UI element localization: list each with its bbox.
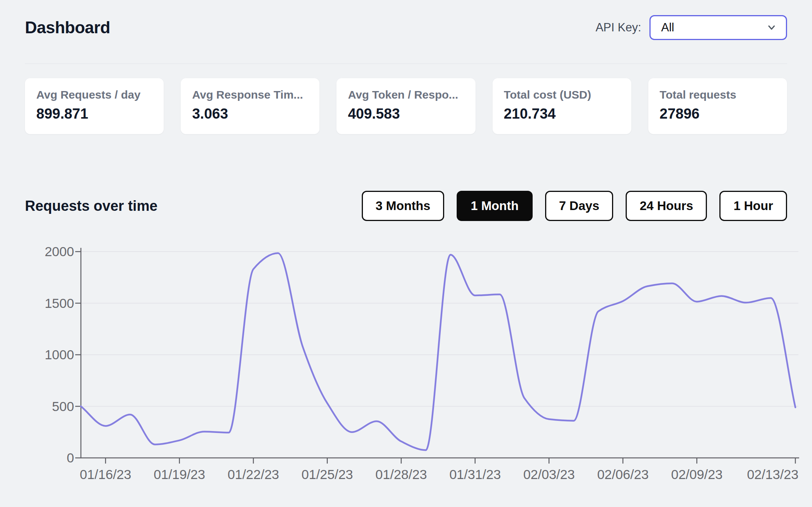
stat-card-total-requests: Total requests 27896 <box>648 78 787 134</box>
range-button-1-hour[interactable]: 1 Hour <box>719 191 787 221</box>
stat-card-avg-response-time: Avg Response Tim... 3.063 <box>181 78 319 134</box>
api-key-selected-value: All <box>661 21 674 34</box>
x-axis-tick-label: 01/25/23 <box>302 467 353 482</box>
x-axis-tick-label: 01/16/23 <box>80 467 131 482</box>
x-axis-tick-label: 02/09/23 <box>671 467 722 482</box>
api-key-control: API Key: All <box>595 15 787 40</box>
api-key-label: API Key: <box>595 21 641 34</box>
requests-line-series <box>81 253 795 450</box>
stat-card-total-cost: Total cost (USD) 210.734 <box>493 78 631 134</box>
stat-value: 27896 <box>660 106 776 122</box>
stat-card-avg-requests: Avg Requests / day 899.871 <box>25 78 164 134</box>
page-header: Dashboard API Key: All <box>0 15 812 40</box>
x-axis-tick-label: 02/03/23 <box>523 467 575 482</box>
stat-value: 409.583 <box>348 106 464 122</box>
range-button-7-days[interactable]: 7 Days <box>545 191 613 221</box>
dashboard-page: Dashboard API Key: All Avg Requests / da… <box>0 15 812 496</box>
stat-value: 210.734 <box>504 106 620 122</box>
stat-card-avg-token: Avg Token / Respo... 409.583 <box>336 78 475 134</box>
section-title: Requests over time <box>25 198 158 214</box>
range-button-24-hours[interactable]: 24 Hours <box>626 191 707 221</box>
chart-header: Requests over time 3 Months 1 Month 7 Da… <box>0 191 812 221</box>
x-axis-tick-label: 01/22/23 <box>228 467 279 482</box>
y-axis-tick-label: 1000 <box>45 347 74 362</box>
range-button-1-month[interactable]: 1 Month <box>457 191 532 221</box>
api-key-select[interactable]: All <box>649 15 787 40</box>
header-divider <box>25 63 787 64</box>
y-axis-tick-label: 0 <box>67 450 74 465</box>
stat-value: 3.063 <box>192 106 308 122</box>
stat-cards-row: Avg Requests / day 899.871 Avg Response … <box>0 78 812 134</box>
stat-label: Avg Response Tim... <box>192 88 308 101</box>
requests-over-time-chart[interactable]: 050010001500200001/16/2301/19/2301/22/23… <box>0 242 812 496</box>
y-axis-tick-label: 2000 <box>45 244 74 259</box>
stat-label: Avg Token / Respo... <box>348 88 464 101</box>
x-axis-tick-label: 01/19/23 <box>154 467 205 482</box>
stat-label: Total cost (USD) <box>504 88 620 101</box>
x-axis-tick-label: 01/28/23 <box>375 467 427 482</box>
stat-label: Avg Requests / day <box>36 88 152 101</box>
line-chart-canvas[interactable]: 050010001500200001/16/2301/19/2301/22/23… <box>0 242 812 496</box>
x-axis-tick-label: 02/06/23 <box>597 467 649 482</box>
y-axis-tick-label: 1500 <box>45 296 74 311</box>
range-button-3-months[interactable]: 3 Months <box>362 191 445 221</box>
x-axis-tick-label: 01/31/23 <box>449 467 501 482</box>
stat-value: 899.871 <box>36 106 152 122</box>
chevron-down-icon <box>766 22 778 34</box>
time-range-buttons: 3 Months 1 Month 7 Days 24 Hours 1 Hour <box>362 191 787 221</box>
x-axis-tick-label: 02/13/23 <box>747 467 798 482</box>
y-axis-tick-label: 500 <box>52 399 74 414</box>
stat-label: Total requests <box>660 88 776 101</box>
page-title: Dashboard <box>25 18 110 37</box>
